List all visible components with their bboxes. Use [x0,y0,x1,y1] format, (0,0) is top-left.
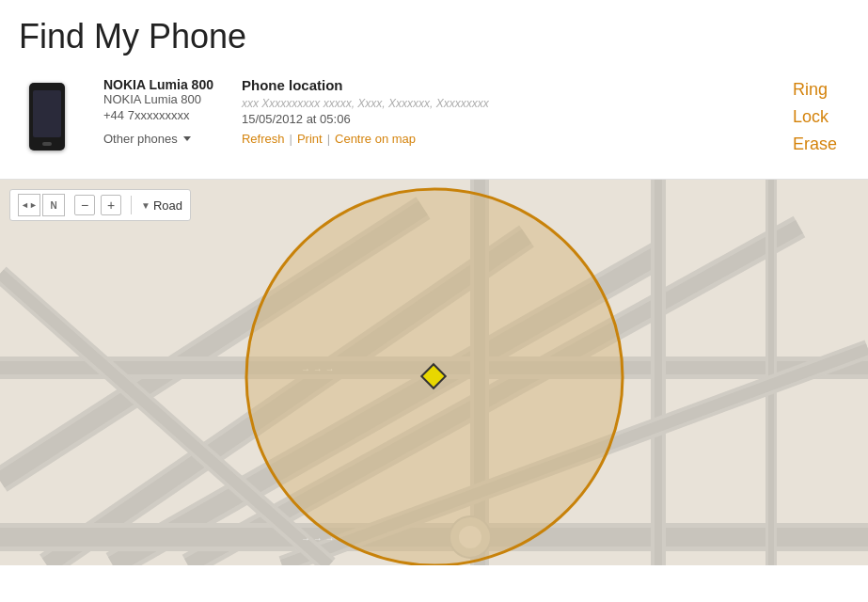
compass-box[interactable]: ◄► [18,194,40,216]
phone-name-primary: NOKIA Lumia 800 [103,77,213,92]
road-label: Road [153,198,182,213]
phone-image [29,83,65,150]
location-section: Phone location xxx Xxxxxxxxxx xxxxx, Xxx… [242,70,765,146]
phone-number: +44 7xxxxxxxxx [103,108,213,122]
link-separator-1: | [290,132,292,146]
phone-details: NOKIA Lumia 800 NOKIA Lumia 800 +44 7xxx… [103,70,213,146]
ring-action[interactable]: Ring [793,77,849,103]
map-toolbar: ◄► N − + ▼ Road [9,189,191,221]
road-view-button[interactable]: ▼ Road [141,198,182,213]
location-address: xxx Xxxxxxxxxx xxxxx, Xxxx, Xxxxxxx, Xxx… [242,97,765,110]
compass-n-label: N [50,200,56,211]
phone-image-container [19,70,75,164]
location-time: 15/05/2012 at 05:06 [242,112,765,126]
zoom-out-button[interactable]: − [74,195,95,215]
compass-n-box[interactable]: N [42,194,65,216]
other-phones-button[interactable]: Other phones [103,132,213,146]
phone-name-secondary: NOKIA Lumia 800 [103,92,213,106]
refresh-link[interactable]: Refresh [242,132,285,146]
print-link[interactable]: Print [297,132,323,146]
location-title: Phone location [242,77,765,93]
chevron-down-icon [183,136,191,141]
minus-icon: − [81,198,88,213]
map-container: → → → → → → ◄► N − + ▼ Road [0,180,868,565]
plus-icon: + [107,198,115,213]
zoom-in-button[interactable]: + [101,195,121,215]
page-title: Find My Phone [0,0,868,70]
centre-on-map-link[interactable]: Centre on map [335,132,416,146]
location-links: Refresh | Print | Centre on map [242,132,765,146]
map-svg: → → → → → → [0,180,868,565]
link-separator-2: | [327,132,330,146]
actions-section: Ring Lock Erase [793,70,849,157]
erase-action[interactable]: Erase [793,132,849,157]
nav-control: ◄► N [18,194,65,216]
other-phones-label: Other phones [103,132,178,146]
lock-action[interactable]: Lock [793,104,849,130]
compass-arrows-icon: ◄► [21,200,38,210]
toolbar-divider [131,196,132,214]
chevron-down-map-icon: ▼ [141,200,150,211]
info-bar: NOKIA Lumia 800 NOKIA Lumia 800 +44 7xxx… [0,70,868,180]
